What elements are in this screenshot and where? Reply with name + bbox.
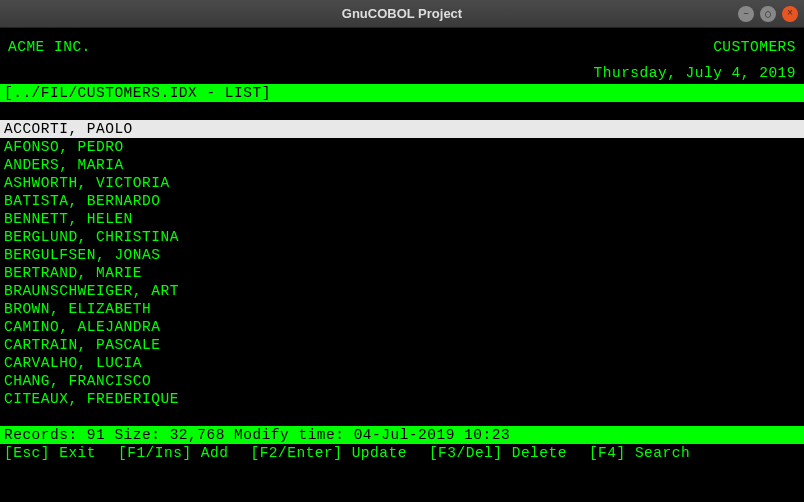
list-item[interactable]: CHANG, FRANCISCO (0, 372, 804, 390)
file-path: [../FIL/CUSTOMERS.IDX - LIST] (4, 85, 271, 101)
footer-key-add[interactable]: [F1/Ins] Add (118, 444, 228, 462)
list-item[interactable]: BRAUNSCHWEIGER, ART (0, 282, 804, 300)
spacer (0, 408, 804, 426)
list-item[interactable]: BERGLUND, CHRISTINA (0, 228, 804, 246)
list-item[interactable]: CAMINO, ALEJANDRA (0, 318, 804, 336)
minimize-button[interactable]: – (738, 6, 754, 22)
footer-key-update[interactable]: [F2/Enter] Update (250, 444, 406, 462)
window-titlebar: GnuCOBOL Project – ◯ × (0, 0, 804, 28)
list-item[interactable]: AFONSO, PEDRO (0, 138, 804, 156)
spacer (0, 102, 804, 120)
window-title: GnuCOBOL Project (342, 6, 462, 21)
list-item[interactable]: BROWN, ELIZABETH (0, 300, 804, 318)
footer-key-exit[interactable]: [Esc] Exit (4, 444, 96, 462)
footer-keys: [Esc] Exit[F1/Ins] Add[F2/Enter] Update[… (0, 444, 804, 462)
company-name: ACME INC. (8, 38, 91, 56)
header-row: ACME INC. CUSTOMERS (0, 28, 804, 56)
list-item[interactable]: BATISTA, BERNARDO (0, 192, 804, 210)
list-item[interactable]: CARVALHO, LUCIA (0, 354, 804, 372)
footer-key-delete[interactable]: [F3/Del] Delete (429, 444, 567, 462)
customer-list[interactable]: ACCORTI, PAOLOAFONSO, PEDROANDERS, MARIA… (0, 120, 804, 408)
list-item[interactable]: ACCORTI, PAOLO (0, 120, 804, 138)
list-item[interactable]: CARTRAIN, PASCALE (0, 336, 804, 354)
date-row: Thursday, July 4, 2019 (0, 56, 804, 82)
status-text: Records: 91 Size: 32,768 Modify time: 04… (4, 427, 510, 443)
footer-key-search[interactable]: [F4] Search (589, 444, 690, 462)
close-button[interactable]: × (782, 6, 798, 22)
file-path-row: [../FIL/CUSTOMERS.IDX - LIST] (0, 84, 804, 102)
list-item[interactable]: ASHWORTH, VICTORIA (0, 174, 804, 192)
list-item[interactable]: BERTRAND, MARIE (0, 264, 804, 282)
maximize-button[interactable]: ◯ (760, 6, 776, 22)
list-item[interactable]: BENNETT, HELEN (0, 210, 804, 228)
list-item[interactable]: CITEAUX, FREDERIQUE (0, 390, 804, 408)
status-bar: Records: 91 Size: 32,768 Modify time: 04… (0, 426, 804, 444)
list-item[interactable]: BERGULFSEN, JONAS (0, 246, 804, 264)
current-date: Thursday, July 4, 2019 (594, 65, 796, 81)
section-name: CUSTOMERS (713, 38, 796, 56)
list-item[interactable]: ANDERS, MARIA (0, 156, 804, 174)
terminal-screen: ACME INC. CUSTOMERS Thursday, July 4, 20… (0, 28, 804, 502)
window-controls: – ◯ × (738, 6, 798, 22)
